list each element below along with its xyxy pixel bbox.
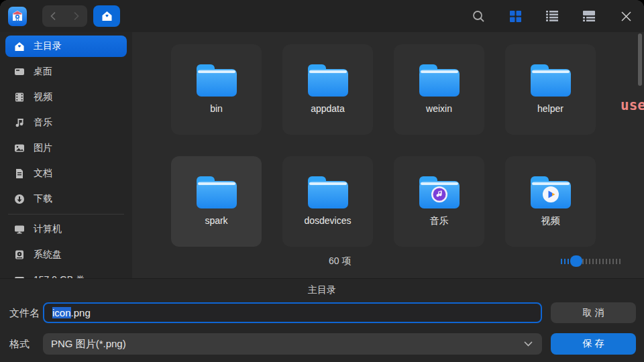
folder-tile-videos[interactable]: 视频 — [505, 156, 596, 247]
folder-grid: bin appdata weixin — [171, 44, 596, 247]
format-label: 格式 — [9, 338, 30, 351]
picture-icon — [14, 143, 25, 154]
filename-extension-text: .png — [71, 307, 91, 318]
sidebar-item-desktop[interactable]: 桌面 — [5, 61, 127, 82]
home-button[interactable] — [93, 5, 120, 27]
folder-name: spark — [205, 215, 227, 226]
titlebar — [0, 0, 644, 32]
titlebar-actions — [472, 9, 633, 23]
folder-tile-weixin[interactable]: weixin — [394, 44, 484, 135]
chevron-down-icon — [524, 341, 533, 347]
sidebar-item-label: 计算机 — [34, 223, 62, 235]
icon-size-slider[interactable] — [561, 255, 621, 267]
folder-tile-helper[interactable]: helper — [505, 44, 596, 135]
music-badge-icon — [431, 186, 447, 202]
chevron-left-icon — [50, 11, 56, 21]
sidebar-item-music[interactable]: 音乐 — [5, 112, 127, 133]
desktop-icon — [14, 66, 25, 77]
film-icon — [14, 92, 25, 103]
cancel-button[interactable]: 取 消 — [551, 302, 636, 323]
filename-label: 文件名 — [9, 307, 40, 320]
music-note-icon — [14, 117, 25, 128]
folder-icon — [195, 62, 239, 98]
folder-icon — [195, 174, 239, 210]
sidebar-divider — [8, 214, 124, 215]
current-path-label: 主目录 — [0, 279, 644, 296]
slider-thumb[interactable] — [570, 255, 582, 267]
app-logo-icon[interactable] — [8, 7, 27, 26]
sidebar-item-documents[interactable]: 文档 — [5, 163, 127, 184]
document-icon — [14, 168, 25, 179]
back-button[interactable] — [42, 5, 65, 27]
detail-view-icon[interactable] — [582, 9, 596, 23]
item-count-status: 60 项 — [329, 255, 351, 267]
sidebar-item-pictures[interactable]: 图片 — [5, 137, 127, 159]
folder-view: bin appdata weixin — [132, 32, 644, 278]
sidebar-item-label: 桌面 — [34, 66, 52, 78]
filename-input[interactable]: icon.png — [43, 302, 542, 323]
sidebar-item-label: 下载 — [34, 193, 52, 205]
save-panel: 主目录 文件名 icon.png 取 消 格式 PNG 图片(*.png) 保 … — [0, 278, 644, 362]
sidebar-item-computer[interactable]: 计算机 — [5, 219, 127, 240]
folder-name: helper — [537, 103, 564, 114]
dialog-body: 主目录 桌面 视频 — [0, 32, 644, 278]
chevron-right-icon — [73, 11, 79, 21]
home-icon — [101, 11, 113, 21]
close-icon[interactable] — [619, 9, 633, 23]
format-dropdown[interactable]: PNG 图片(*.png) — [43, 333, 542, 355]
list-view-icon[interactable] — [545, 9, 559, 23]
folder-tile-bin[interactable]: bin — [171, 44, 262, 135]
folder-music-icon — [417, 174, 462, 210]
folder-tile-appdata[interactable]: appdata — [282, 44, 373, 135]
sidebar-item-videos[interactable]: 视频 — [5, 86, 127, 108]
sidebar-item-label: 视频 — [34, 91, 52, 103]
sidebar: 主目录 桌面 视频 — [0, 32, 132, 278]
slider-track-filled — [561, 259, 570, 264]
sidebar-item-label: 主目录 — [34, 40, 62, 52]
download-icon — [14, 194, 25, 204]
sidebar-item-label: 系统盘 — [34, 249, 62, 261]
folder-name: 音乐 — [430, 215, 449, 227]
search-icon[interactable] — [472, 9, 485, 23]
computer-icon — [14, 224, 25, 235]
sidebar-item-home[interactable]: 主目录 — [5, 36, 127, 57]
slider-track-empty — [582, 259, 621, 264]
folder-icon — [529, 62, 573, 98]
file-manager-logo — [11, 9, 24, 23]
filename-selected-text: icon — [52, 307, 71, 318]
folder-icon — [417, 62, 462, 98]
grid-view-icon[interactable] — [508, 9, 522, 23]
folder-tile-dosdevices[interactable]: dosdevices — [282, 156, 373, 247]
clipped-overlay-text: use — [621, 97, 644, 113]
sidebar-item-system-disk[interactable]: 系统盘 — [5, 244, 127, 265]
vertical-scrollbar[interactable] — [638, 34, 642, 86]
folder-icon — [306, 62, 350, 98]
folder-tile-music[interactable]: 音乐 — [394, 156, 484, 247]
folder-name: bin — [210, 103, 223, 114]
folder-name: weixin — [426, 103, 452, 114]
file-manager-save-dialog: 主目录 桌面 视频 — [0, 0, 644, 362]
sidebar-item-volume[interactable]: 157.9 GB 卷 — [5, 269, 127, 278]
sidebar-item-label: 文档 — [34, 168, 52, 180]
format-value: PNG 图片(*.png) — [51, 338, 126, 351]
folder-name: dosdevices — [304, 215, 351, 226]
save-button[interactable]: 保 存 — [551, 333, 636, 355]
sidebar-item-downloads[interactable]: 下载 — [5, 188, 127, 210]
folder-icon — [306, 174, 350, 210]
folder-video-icon — [529, 174, 573, 210]
folder-name: 视频 — [541, 215, 560, 227]
sidebar-item-label: 图片 — [34, 142, 52, 154]
nav-history-group — [42, 5, 87, 27]
folder-name: appdata — [311, 103, 345, 114]
sidebar-item-label: 音乐 — [34, 117, 52, 129]
disk-icon — [14, 249, 25, 260]
home-icon — [14, 42, 25, 52]
forward-button[interactable] — [65, 5, 88, 27]
folder-tile-spark[interactable]: spark — [171, 156, 262, 247]
video-badge-icon — [543, 186, 559, 202]
